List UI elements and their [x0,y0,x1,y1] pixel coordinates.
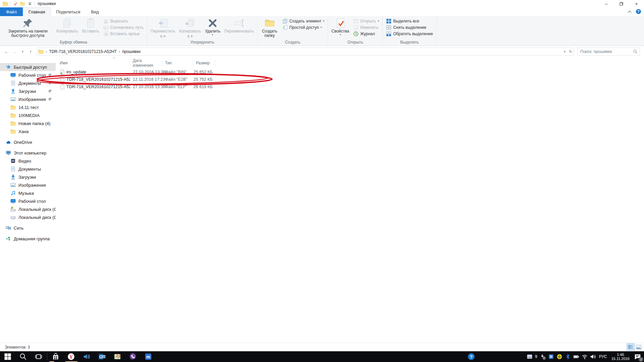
refresh-icon[interactable]: ↻ [569,49,572,54]
minimize-button[interactable]: – [599,0,614,7]
tab-поделиться[interactable]: Поделиться [51,7,86,16]
sidebar-item-this-pc[interactable]: Этот компьютер [0,149,56,157]
rename-button[interactable]: Переименовать [222,17,256,34]
column-header-3[interactable]: Размер [193,60,215,66]
breadcrumb[interactable]: › TDR-718_VER201610271215-A52HT › прошив… [37,48,574,56]
taskbar-search-button[interactable] [15,351,31,362]
yandex-browser-app[interactable]: Y [63,351,79,362]
copy-to-button[interactable]: Копироватьв ▾ [177,17,203,39]
qat-properties-icon[interactable] [12,1,18,6]
forward-button[interactable]: → [11,49,19,54]
history-button[interactable]: Журнал [351,31,381,37]
wifi-icon[interactable] [582,354,588,360]
sidebar-item-onedrive[interactable]: OneDrive [0,138,56,146]
column-header-0[interactable]: Имя [60,60,130,66]
move-to-button[interactable]: Переместитьв ▾ [149,17,177,39]
up-button[interactable]: ↑ [26,49,35,54]
thumbnails-view-button[interactable] [635,343,643,351]
paste-shortcut-button[interactable]: Вставить ярлык [101,31,146,37]
title-bar: прошивки – × [0,0,644,7]
language-indicator[interactable]: РУС [599,354,607,359]
column-header-2[interactable]: Тип [162,60,193,66]
sidebar-item-downloads-2[interactable]: Загрузки [0,173,56,181]
open-button[interactable]: Открыть▾ [351,18,381,24]
dropdown-caret-icon: ▾ [378,19,379,22]
file-row[interactable]: TDR-718_VER201610271215-A52HT.e2b12.11.2… [60,76,215,83]
file-row[interactable]: iro_update27.10.2016 13:36Файл "BIN"25 6… [60,68,215,76]
pin-to-quick-access-button[interactable]: Закрепить на панели быстрого доступа [1,17,54,38]
ribbon-group: Закрепить на панели быстрого доступаКопи… [0,16,147,46]
task-view-button[interactable] [31,351,46,362]
antivirus-tray-icon[interactable] [556,354,562,360]
new-folder-button[interactable]: Создать папку [259,17,280,38]
edit-button[interactable]: Изменить [351,24,381,31]
viber-app[interactable] [125,351,141,362]
tray-count[interactable]: 9 [535,354,537,359]
update-tray-icon[interactable] [540,354,546,360]
recent-locations-icon[interactable]: ▾ [19,50,27,53]
invert-selection-button[interactable]: Обратить выделение [384,31,435,37]
sidebar-item-pictures-2[interactable]: Изображения [0,181,56,189]
app-tray-icon[interactable] [548,354,554,360]
collapse-ribbon-icon[interactable] [628,10,632,13]
sidebar-item-pictures[interactable]: Изображения [0,95,56,103]
breadcrumb-item-current[interactable]: прошивки [122,49,141,54]
maps-2gis-app[interactable]: 2 [110,351,125,362]
delete-button[interactable]: Удалить▾ [203,17,222,37]
copy-path-button[interactable]: W...Скопировать путь [101,24,146,31]
back-button[interactable]: ← [3,49,11,54]
cut-button[interactable]: Вырезать [101,18,146,24]
action-center-button[interactable]: 1 [633,352,642,361]
restore-button[interactable] [614,0,629,7]
touchpad-tray-icon[interactable] [527,354,533,360]
column-header-1[interactable]: Дата изменения [130,60,162,66]
bluetooth-icon[interactable] [565,354,571,360]
new-item-button[interactable]: Создать элемент▾ [280,18,327,24]
sidebar-item-local-disk-c[interactable]: Локальный диск (C [0,205,56,213]
battery-icon[interactable] [573,354,579,360]
close-button[interactable]: × [629,0,644,7]
sidebar-item-folder-khana[interactable]: Хана [0,127,56,135]
paste-button[interactable]: Вставить [80,17,101,34]
easy-access-button[interactable]: Простой доступ▾ [280,24,327,31]
sidebar-item-quick-access[interactable]: Быстрый доступ [0,63,56,71]
outlook-app[interactable]: O [94,351,110,362]
sidebar-item-homegroup[interactable]: Домашняя группа [0,235,56,243]
sidebar-item-documents[interactable]: Документы [0,79,56,87]
start-button[interactable] [0,351,15,362]
search-icon[interactable] [633,49,638,54]
sidebar-item-folder-14-11-test[interactable]: 14.11.тест [0,103,56,111]
tab-вид[interactable]: Вид [86,7,104,16]
volume-icon[interactable] [590,354,596,360]
file-row[interactable]: TDR-718_VER201610271215-A52HT.elf27.10.2… [60,83,215,90]
tab-главная[interactable]: Главная [23,7,51,16]
sidebar-item-videos[interactable]: Видео [0,157,56,165]
maxthon-app[interactable]: m [141,351,156,362]
tab-file[interactable]: Файл [0,7,23,16]
sidebar-item-desktop-2[interactable]: Рабочий стол [0,197,56,205]
volume-app[interactable] [79,351,94,362]
sidebar-item-documents-2[interactable]: Документы [0,165,56,173]
get-help-app[interactable]: ? [464,351,479,362]
sidebar-item-folder-100media[interactable]: 100MEDIA [0,111,56,119]
sidebar-item-network[interactable]: Сеть [0,224,56,232]
details-view-button[interactable] [627,343,635,351]
deselect-button[interactable]: Снять выделение [384,24,435,31]
sidebar-item-local-disk-d[interactable]: Локальный диск (D [0,213,56,221]
sidebar-item-downloads[interactable]: Загрузки [0,87,56,95]
copy-button[interactable]: Копировать [54,17,80,34]
breadcrumb-item-parent[interactable]: TDR-718_VER201610271215-A52HT [49,49,116,54]
store-app[interactable] [48,351,63,362]
search-input[interactable] [580,49,633,54]
clock[interactable]: 1:46 15.11.2016 [611,353,630,361]
properties-button[interactable]: Свойства▾ [329,17,351,37]
select-all-button[interactable]: Выделить все [384,18,435,24]
help-icon: ? [468,353,475,360]
qat-new-folder-icon[interactable] [20,1,25,6]
sidebar-item-music[interactable]: Музыка [0,189,56,197]
qat-customize-icon[interactable] [27,1,33,6]
address-dropdown-icon[interactable]: ▾ [564,50,566,53]
sidebar-item-desktop[interactable]: Рабочий стол [0,71,56,79]
sidebar-item-folder-new-folder-4[interactable]: Новая папка (4) [0,119,56,127]
help-ribbon-icon[interactable]: ? [636,9,641,14]
